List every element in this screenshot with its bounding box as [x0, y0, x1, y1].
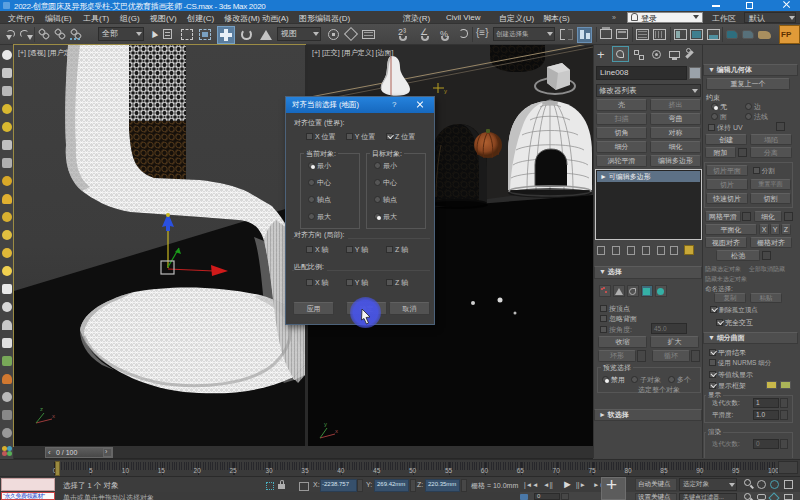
svg-text:y: y	[444, 88, 447, 94]
svg-text:z: z	[40, 406, 43, 412]
svg-text:x: x	[335, 428, 338, 434]
svg-text:x: x	[52, 413, 55, 419]
svg-text:y: y	[324, 421, 327, 427]
